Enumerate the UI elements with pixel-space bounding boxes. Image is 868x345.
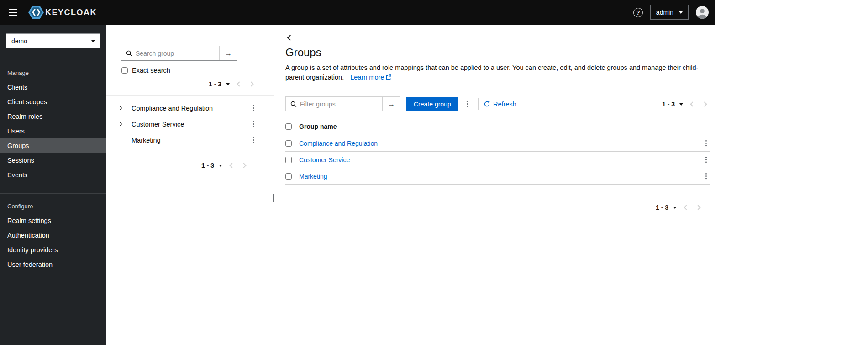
search-icon (121, 50, 136, 57)
hamburger-menu-button[interactable] (5, 5, 21, 20)
pagination-prev-button[interactable] (226, 161, 238, 170)
column-header-group-name: Group name (299, 123, 702, 130)
sidebar-item-events[interactable]: Events (0, 168, 106, 182)
chevron-right-icon (241, 163, 246, 168)
expand-chevron-button[interactable] (118, 122, 128, 126)
filter-groups-input[interactable] (300, 101, 382, 108)
tree-item: Compliance and Regulation (106, 100, 274, 116)
groups-tree-panel: Exact search 1 - 3 Compliance and Regula… (106, 25, 274, 345)
filter-groups-submit-button[interactable] (382, 97, 400, 111)
refresh-button[interactable]: Refresh (484, 101, 516, 108)
sidebar-item-realm-roles[interactable]: Realm roles (0, 109, 106, 124)
collapse-panel-button[interactable] (285, 33, 295, 42)
groups-main-panel: Groups A group is a set of attributes an… (274, 25, 715, 345)
chevron-left-icon (287, 35, 293, 41)
sidebar-item-user-federation[interactable]: User federation (0, 257, 106, 272)
groups-table: Group name Compliance and Regulation Cus… (285, 118, 710, 185)
chevron-right-icon (702, 101, 707, 106)
toolbar-kebab-button[interactable] (462, 101, 473, 107)
kebab-icon (705, 159, 707, 160)
search-group-input-group (121, 46, 237, 61)
learn-more-link[interactable]: Learn more (350, 74, 391, 81)
vertical-divider (478, 98, 479, 110)
pagination-next-button[interactable] (238, 161, 250, 170)
nav-section-title: Manage (0, 62, 106, 80)
group-name-link[interactable]: Customer Service (299, 156, 350, 164)
row-checkbox[interactable] (285, 173, 292, 180)
sidebar-item-users[interactable]: Users (0, 124, 106, 138)
tree-item-label[interactable]: Marketing (132, 137, 249, 144)
sidebar-item-authentication[interactable]: Authentication (0, 228, 106, 243)
groups-tree: Compliance and Regulation Customer Servi… (106, 100, 274, 148)
pagination-next-button[interactable] (245, 80, 257, 89)
table-row: Marketing (285, 168, 710, 185)
pagination-next-button[interactable] (699, 100, 710, 109)
tree-item-label[interactable]: Customer Service (132, 121, 249, 128)
sidebar-item-realm-settings[interactable]: Realm settings (0, 213, 106, 228)
sidebar-nav: demo Manage Clients Client scopes Realm … (0, 25, 106, 345)
table-row: Customer Service (285, 152, 710, 168)
pagination-menu-toggle[interactable]: 1 - 3 (652, 201, 680, 214)
expand-chevron-button[interactable] (118, 106, 128, 110)
pagination-prev-button[interactable] (680, 203, 692, 212)
nav-section-title: Configure (0, 196, 106, 213)
help-icon[interactable] (633, 8, 643, 17)
pagination-prev-button[interactable] (687, 100, 699, 109)
search-icon (286, 101, 300, 107)
chevron-right-icon (248, 81, 253, 86)
row-kebab-button[interactable] (702, 173, 710, 180)
keycloak-logo[interactable]: KEYCLOAK (28, 5, 97, 20)
sidebar-item-client-scopes[interactable]: Client scopes (0, 95, 106, 109)
sidebar-item-clients[interactable]: Clients (0, 80, 106, 95)
pagination-menu-toggle[interactable]: 1 - 3 (658, 98, 687, 111)
group-name-link[interactable]: Marketing (299, 173, 327, 180)
chevron-right-icon (695, 205, 700, 210)
user-menu-dropdown[interactable]: admin (650, 5, 689, 20)
group-name-link[interactable]: Compliance and Regulation (299, 140, 378, 147)
avatar[interactable] (696, 6, 709, 19)
tree-item-label[interactable]: Compliance and Regulation (132, 105, 249, 112)
search-group-input[interactable] (136, 50, 219, 57)
tree-item: Marketing (106, 132, 274, 148)
tree-item-kebab-button[interactable] (249, 105, 258, 111)
caret-down-icon (679, 103, 683, 107)
caret-down-icon (673, 207, 677, 211)
refresh-label: Refresh (493, 101, 516, 108)
pagination-menu-toggle[interactable]: 1 - 3 (205, 78, 233, 90)
divider (106, 95, 274, 96)
row-kebab-button[interactable] (702, 156, 710, 163)
chevron-left-icon (690, 101, 695, 106)
sidebar-item-groups[interactable]: Groups (0, 138, 106, 153)
select-all-checkbox[interactable] (285, 123, 292, 130)
pagination-next-button[interactable] (692, 203, 704, 212)
pagination-menu-toggle[interactable]: 1 - 3 (198, 159, 226, 172)
refresh-icon (484, 101, 490, 107)
sidebar-item-sessions[interactable]: Sessions (0, 153, 106, 168)
exact-search-checkbox[interactable] (121, 67, 128, 74)
realm-selector[interactable]: demo (6, 33, 100, 48)
row-kebab-button[interactable] (702, 140, 710, 147)
tree-pagination-top: 1 - 3 (106, 78, 257, 90)
table-header-row: Group name (285, 118, 710, 135)
row-checkbox[interactable] (285, 140, 292, 147)
sidebar-item-identity-providers[interactable]: Identity providers (0, 243, 106, 257)
pagination-range: 1 - 3 (662, 101, 675, 108)
current-realm: demo (11, 37, 27, 45)
top-bar: KEYCLOAK admin (0, 0, 715, 25)
filter-groups-input-group (285, 96, 400, 111)
tree-item-kebab-button[interactable] (249, 137, 258, 143)
caret-down-icon (226, 83, 230, 87)
search-group-submit-button[interactable] (219, 46, 237, 60)
row-checkbox[interactable] (285, 157, 292, 163)
tree-item-kebab-button[interactable] (249, 121, 258, 127)
caret-down-icon (679, 11, 683, 16)
tree-pagination-bottom: 1 - 3 (106, 159, 250, 172)
create-group-button[interactable]: Create group (406, 97, 458, 111)
learn-more-label: Learn more (350, 74, 384, 81)
user-name: admin (656, 9, 673, 16)
pagination-prev-button[interactable] (233, 80, 245, 89)
nav-section-configure: Configure Realm settings Authentication … (0, 193, 106, 272)
divider (274, 89, 715, 89)
page-title: Groups (285, 46, 710, 59)
chevron-right-icon (118, 122, 122, 127)
